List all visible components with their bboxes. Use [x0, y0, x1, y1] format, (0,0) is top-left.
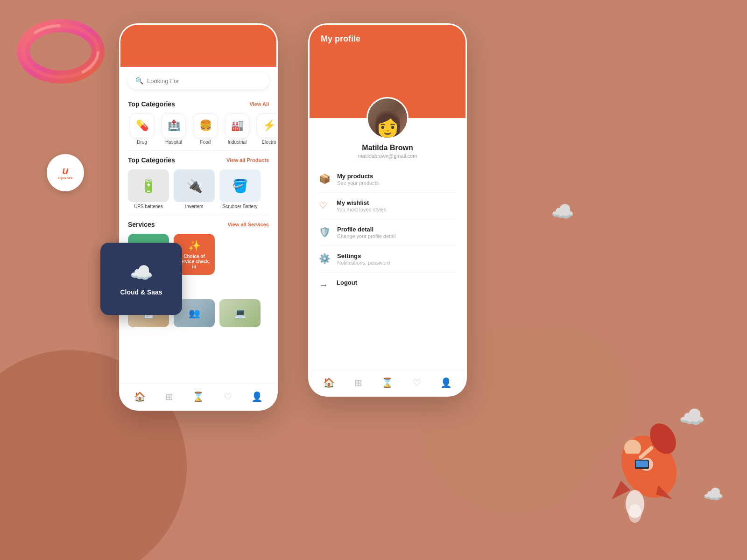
my-wishlist-content: My wishlist You most loved styles: [337, 199, 386, 212]
profile-nav-home-icon[interactable]: 🏠: [319, 373, 338, 392]
menu-item-logout[interactable]: → Logout: [319, 273, 456, 297]
profile-detail-content: Profile detail Change your profile detai…: [337, 226, 395, 239]
profile-email: matildabrown@gmail.com: [358, 153, 417, 159]
logout-content: Logout: [337, 279, 357, 286]
nav-timer-icon[interactable]: ⌛: [189, 387, 208, 406]
section-title-categories: Top Categories: [128, 100, 175, 108]
electro-label: Electro: [261, 140, 276, 145]
my-products-subtitle: See your products: [337, 180, 379, 186]
phone1-bottom-nav: 🏠 ⊞ ⌛ ♡ 👤: [120, 384, 276, 409]
profile-title: My profile: [321, 34, 360, 44]
top-products-header: Top Categories View all Products: [120, 151, 276, 168]
product-scrubber[interactable]: 🪣 Scrubber Battery: [219, 169, 261, 209]
cloud-saas-label: Cloud & Saas: [120, 288, 162, 296]
phone-1-container: 🔍 Top Categories View All 💊 Drug 🏥 Hospi…: [119, 23, 278, 411]
nav-home-icon[interactable]: 🏠: [130, 387, 149, 406]
view-all-categories[interactable]: View All: [249, 101, 269, 107]
hospital-icon-box: 🏥: [162, 113, 186, 138]
search-input[interactable]: [147, 77, 261, 84]
profile-header: My profile: [310, 25, 465, 118]
torus-decoration: [14, 9, 107, 93]
settings-subtitle: Notifications, password: [337, 260, 390, 266]
industrial-label: Industrial: [228, 140, 247, 145]
inverters-label: Inverters: [185, 204, 204, 209]
avatar-portrait: [368, 98, 407, 138]
hospital-label: Hospital: [165, 140, 182, 145]
checkin-icon: ✨: [188, 240, 201, 252]
ups-label: UPS batteries: [134, 204, 163, 209]
menu-item-profile-detail[interactable]: 🛡️ Profile detail Change your profile de…: [319, 219, 456, 246]
logo-letter: u: [62, 166, 68, 176]
nav-profile-icon[interactable]: 👤: [248, 387, 267, 406]
scrubber-label: Scrubber Battery: [222, 204, 257, 209]
category-electro[interactable]: ⚡ Electro: [255, 113, 276, 145]
food-icon-box: 🍔: [193, 113, 218, 138]
products-row: 🔋 UPS batteries 🔌 Inverters 🪣 Scrubber B…: [120, 168, 276, 215]
settings-icon: ⚙️: [319, 253, 331, 264]
category-drug[interactable]: 💊 Drug: [128, 113, 156, 145]
profile-menu: 📦 My products See your products ♡ My wis…: [310, 166, 465, 297]
nav-grid-icon[interactable]: ⊞: [160, 387, 178, 406]
profile-nav-user-icon[interactable]: 👤: [437, 373, 456, 392]
section-title-services: Services: [128, 221, 155, 228]
blog-thumb-3[interactable]: 💻: [219, 299, 261, 327]
logout-icon: →: [319, 280, 330, 290]
settings-title: Settings: [337, 252, 390, 259]
top-categories-header: Top Categories View All: [120, 95, 276, 112]
profile-body: Matilda Brown matildabrown@gmail.com 📦 M…: [310, 118, 465, 297]
svg-rect-12: [636, 461, 648, 467]
inverters-image: 🔌: [174, 169, 215, 202]
scrubber-image: 🪣: [219, 169, 261, 202]
product-inverters[interactable]: 🔌 Inverters: [174, 169, 215, 209]
my-wishlist-subtitle: You most loved styles: [337, 207, 386, 212]
svg-point-14: [628, 504, 641, 523]
categories-row: 💊 Drug 🏥 Hospital 🍔 Food 🏭 Industrial ⚡ …: [120, 112, 276, 150]
settings-content: Settings Notifications, password: [337, 252, 390, 266]
cloud-saas-icon: ☁️: [130, 262, 153, 284]
search-bar[interactable]: 🔍: [128, 72, 269, 89]
my-products-icon: 📦: [319, 173, 331, 184]
category-hospital[interactable]: 🏥 Hospital: [160, 113, 188, 145]
search-icon: 🔍: [135, 77, 143, 84]
my-wishlist-icon: ♡: [319, 200, 330, 211]
profile-nav-grid-icon[interactable]: ⊞: [349, 373, 367, 392]
profile-detail-icon: 🛡️: [319, 226, 331, 238]
phone2-bottom-nav: 🏠 ⊞ ⌛ ♡ 👤: [310, 370, 465, 395]
drug-icon-box: 💊: [130, 113, 154, 138]
decorative-cloud-a: ☁️: [551, 201, 574, 223]
rocket-figure-decoration: [584, 392, 700, 523]
profile-name: Matilda Brown: [362, 144, 413, 152]
category-industrial[interactable]: 🏭 Industrial: [223, 113, 251, 145]
view-all-products[interactable]: View all Products: [226, 157, 269, 163]
food-label: Food: [200, 140, 211, 145]
cloud-saas-card[interactable]: ☁️ Cloud & Saas: [100, 243, 182, 315]
menu-item-my-products[interactable]: 📦 My products See your products: [319, 166, 456, 193]
phone-2-container: My profile Matilda Brown matildabrown@gm…: [308, 23, 467, 397]
product-ups[interactable]: 🔋 UPS batteries: [128, 169, 169, 209]
my-wishlist-title: My wishlist: [337, 199, 386, 206]
avatar: [366, 97, 409, 139]
section-title-products: Top Categories: [128, 156, 175, 164]
industrial-icon-box: 🏭: [225, 113, 249, 138]
phone1-header: [120, 25, 276, 67]
menu-item-settings[interactable]: ⚙️ Settings Notifications, password: [319, 246, 456, 273]
logo-circle: u Upwork: [47, 154, 84, 191]
electro-icon-box: ⚡: [257, 113, 276, 138]
logo-text: Upwork: [58, 176, 73, 180]
decorative-cloud-c: ☁️: [703, 485, 724, 504]
services-header: Services View all Services: [120, 215, 276, 232]
my-products-content: My products See your products: [337, 173, 379, 186]
profile-nav-timer-icon[interactable]: ⌛: [378, 373, 397, 392]
logout-title: Logout: [337, 279, 357, 286]
menu-item-my-wishlist[interactable]: ♡ My wishlist You most loved styles: [319, 193, 456, 219]
profile-detail-title: Profile detail: [337, 226, 395, 233]
view-all-services[interactable]: View all Services: [228, 222, 269, 227]
profile-detail-subtitle: Change your profile detail: [337, 233, 395, 239]
profile-nav-heart-icon[interactable]: ♡: [408, 373, 426, 392]
category-food[interactable]: 🍔 Food: [191, 113, 219, 145]
my-products-title: My products: [337, 173, 379, 180]
nav-heart-icon[interactable]: ♡: [218, 387, 237, 406]
ups-battery-image: 🔋: [128, 169, 169, 202]
drug-label: Drug: [137, 140, 147, 145]
